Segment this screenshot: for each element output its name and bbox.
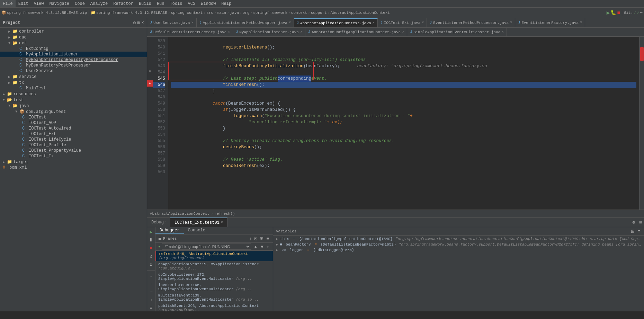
tab2-close-saem[interactable]: × [502,30,504,34]
debug-pause-btn[interactable]: ⏸ [148,237,154,243]
bc-abstractappcontext[interactable]: AbstractApplicationContext [331,11,390,15]
tree-item-ioctest-tx[interactable]: C IOCTest_Tx [0,153,147,159]
sidebar-close-icon[interactable]: × [141,20,144,26]
tree-item-mybeenfactpostproc[interactable]: C MyBeanFactoryPostProcessor [0,63,147,68]
tree-item-target[interactable]: ▶ 📁 target [0,159,147,165]
tree-item-ioctest-ext[interactable]: C IOCTest_Ext [0,131,147,137]
frame-item-doinvokelistener[interactable]: doInvokeListener:172, SimpleApplicationE… [155,272,273,282]
frame-item-refresh546[interactable]: refresh:546, AbstractApplicationContext … [155,251,273,261]
tree-item-dao[interactable]: ▶ 📁 dao [0,34,147,40]
bc-main[interactable]: main [217,11,226,15]
frame-item-publishevent393[interactable]: publishEvent:393, AbstractApplicationCon… [155,303,273,311]
bc-java[interactable]: java [230,11,239,15]
tree-item-resources[interactable]: ▶ 📁 resources [0,91,147,97]
tree-item-myapplistener[interactable]: C MyApplicationListener [0,52,147,57]
menu-edit[interactable]: Edit [16,0,31,7]
thread-down-btn[interactable]: ▼ [259,244,266,250]
tree-item-extconfig[interactable]: C ExtConfig [0,46,147,52]
tree-item-ext[interactable]: ▼ 📂 ext [0,40,147,46]
tab-userservice[interactable]: J UserService.java × [147,18,197,28]
vars-btn1[interactable]: ⊞ [630,228,636,234]
menu-help[interactable]: Help [218,0,234,7]
tree-item-mybeandefpostproc[interactable]: C MyBeanDefinitionRegistryPostProcessor [0,57,147,63]
tab2-annotconfigappcontext[interactable]: J AnnotationConfigApplicationContext.jav… [305,28,407,37]
tree-item-ioctest-propertyvalue[interactable]: C IOCTest_PropertyValue [0,148,147,153]
debug-stepover-btn[interactable]: → [149,289,153,295]
tree-item-tx[interactable]: ▶ 📁 tx [0,80,147,86]
bc-context[interactable]: context [291,11,307,15]
tree-item-ioctest-lifecycle[interactable]: C IOCTest_LifeCycle [0,137,147,142]
tree-item-ioctest-profile[interactable]: C IOCTest_Profile [0,142,147,148]
tree-item-pom[interactable]: X pom.xml [0,165,147,170]
bc-org[interactable]: org [243,11,250,15]
bc-spring-context[interactable]: spring-context [171,11,203,15]
frame-item-invokelistener[interactable]: invokeListener:165, SimpleApplicationEve… [155,282,273,292]
debugger-inner-tab-console[interactable]: Console [184,227,209,234]
menu-navigate[interactable]: Navigate [46,0,72,7]
thread-selector[interactable]: *"main"@1 in group "main": RUNNING [162,243,251,250]
menu-analyze[interactable]: Analyze [88,0,110,7]
menu-window[interactable]: Window [198,0,218,7]
git-check[interactable]: ✓ [634,10,636,15]
menu-view[interactable]: View [31,0,47,7]
frames-btn-copy[interactable]: ⎘ [253,236,258,241]
git-check2[interactable]: ✓ [637,10,639,15]
tree-item-ioctest-aop[interactable]: C IOCTest_AOP [0,120,147,126]
frame-item-onappevent[interactable]: onApplicationEvent:15, MyApplicationList… [155,261,273,272]
tab-eventlistenerproc[interactable]: J EventListenerMethodProcessor.java × [427,18,515,28]
tab-close-elp[interactable]: × [510,21,512,25]
menu-tools[interactable]: Tools [167,0,185,7]
tab2-simpleappeventmulti[interactable]: J SimpleApplicationEventMulticaster.java… [407,28,507,37]
bc-spring-framework[interactable]: spring-framework-4.3.12.RELEASE [96,11,167,15]
breadcrumb-classname[interactable]: AbstractApplicationContext [150,212,209,216]
tree-item-service[interactable]: ▶ 📁 service [0,74,147,80]
debug-settings-icon[interactable]: ⚙ [630,220,637,225]
git-undo[interactable]: ↩ [640,10,643,15]
menu-build[interactable]: Build [136,0,154,7]
debug-tab-close[interactable]: × [221,221,223,224]
stop-btn[interactable]: ■ [617,10,620,16]
frames-btn-filter[interactable]: ⊞ [259,236,265,241]
tab-applistmethodadapter[interactable]: J ApplicationListenerMethodAdapter.java … [197,18,294,28]
debug-reconnect-btn[interactable]: ↺ [149,253,153,260]
tree-item-ioctest[interactable]: C IOCTest [0,115,147,120]
debug-tab-ioctest[interactable]: IOCTest_Ext.test01 × [170,218,227,227]
run-btn[interactable]: ▶ [607,9,610,16]
thread-up-btn[interactable]: ▲ [252,244,259,250]
tree-item-userservice[interactable]: C UserService [0,68,147,74]
var-item-logger[interactable]: ▶ ○○ logger = {Jdk14Logger@1654} [273,247,644,253]
debugger-inner-tab-debugger[interactable]: Debugger [155,227,184,234]
menu-file[interactable]: File [0,0,16,7]
menu-run[interactable]: Run [154,0,167,7]
tab-close-almadapter[interactable]: × [289,21,291,25]
sidebar-expand-icon[interactable]: ⊞ [137,20,140,26]
frame-item-multicastevent[interactable]: multicastEvent:139, SimpleApplicationEve… [155,292,273,303]
debug-run-btn[interactable]: 🐛 [610,10,616,16]
menu-code[interactable]: Code [72,0,88,7]
tab-eventlistenerfactory[interactable]: J EventListenerFactory.java × [515,18,585,28]
tab-close-ioctest-ext[interactable]: × [422,21,424,25]
bc-support[interactable]: support [311,11,327,15]
var-item-this[interactable]: ▶ this = {AnnotationConfigApplicationCon… [273,236,644,242]
tab-abstractappcontext[interactable]: J AbstractApplicationContext.java × [294,18,378,28]
debug-resume-btn[interactable]: ▶ [149,229,153,236]
sidebar-settings-icon[interactable]: ⚙ [133,20,136,26]
tree-item-ioctest-autowired[interactable]: C IOCTest_Autowired [0,126,147,131]
debug-stop-btn[interactable]: ■ [149,245,153,251]
tree-item-java[interactable]: ▼ 📂 java [0,103,147,109]
debug-settings-btn2[interactable]: ⚙ [149,261,153,268]
tree-item-package[interactable]: ▼ 📦 com.atguigu.test [0,109,147,115]
tab2-defaultevtlistfactory[interactable]: J DefaultEventListenerFactory.java × [147,28,233,37]
var-item-beanfactory[interactable]: ▶ ■ beanFactory = {DefaultListableBeanFa… [273,242,644,247]
menu-refactor[interactable]: Refactor [110,0,136,7]
bc-src[interactable]: src [206,11,213,15]
vars-btn2[interactable]: ≡ [636,228,641,234]
tree-item-test[interactable]: ▼ 📂 test [0,97,147,103]
tree-item-maintest[interactable]: C MainTest [0,86,147,91]
tab2-close-acac[interactable]: × [402,30,404,34]
code-content[interactable]: registerListeners (); // Instantiate all… [168,37,639,210]
debug-expand-icon[interactable]: ⊞ [637,220,644,225]
frames-btn-settings[interactable]: ≡ [265,236,270,241]
tab2-myapplistener[interactable]: J MyApplicationListener.java × [233,28,305,37]
debug-stepin-btn[interactable]: ↓ [149,273,153,279]
